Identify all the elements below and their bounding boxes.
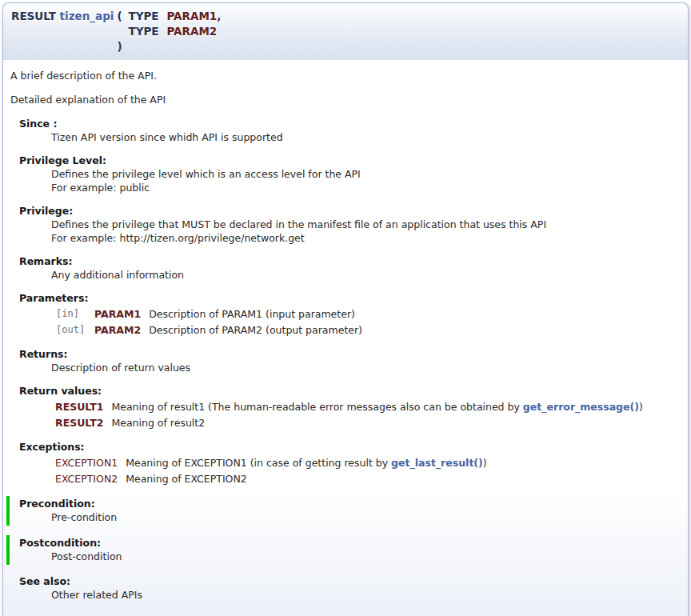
spacer-cell xyxy=(8,24,115,39)
since-text: Tizen API version since whidh API is sup… xyxy=(51,130,681,144)
postcondition-text: Post-condition xyxy=(51,550,681,563)
function-name-link[interactable]: tizen_api xyxy=(60,10,114,22)
privilege-level-label: Privilege Level: xyxy=(19,154,681,167)
see-also-text: Other related APIs xyxy=(51,588,681,602)
return-value-row: RESULT1 Meaning of result1 (The human-re… xyxy=(55,398,643,414)
privilege-line: Defines the privilege that MUST be decla… xyxy=(51,218,681,231)
param-description: Description of PARAM2 (output parameter) xyxy=(149,322,362,338)
detailed-description: Detailed explanation of the API xyxy=(10,93,681,106)
param-direction: [in] xyxy=(56,306,94,322)
exceptions-table: EXCEPTION1 Meaning of EXCEPTION1 (in cas… xyxy=(55,454,487,486)
spacer-cell xyxy=(115,24,126,39)
privilege-label: Privilege: xyxy=(19,204,681,218)
close-paren: ) xyxy=(115,39,126,54)
privilege-level-line: Defines the privilege level which is an … xyxy=(51,167,681,181)
documentation-body: A brief description of the API. Detailed… xyxy=(2,60,689,616)
result-name: RESULT2 xyxy=(55,414,111,430)
signature-row: ) xyxy=(8,39,222,54)
section-privilege: Privilege: Defines the privilege that MU… xyxy=(7,204,681,245)
exception-name: EXCEPTION1 xyxy=(55,454,126,470)
open-paren: ( xyxy=(115,9,126,24)
exception-row: EXCEPTION1 Meaning of EXCEPTION1 (in cas… xyxy=(55,454,487,470)
section-precondition: Precondition: Pre-condition xyxy=(6,496,681,526)
param-type: TYPE xyxy=(126,9,165,24)
param-description: Description of PARAM1 (input parameter) xyxy=(149,306,362,322)
privilege-example: For example: http://tizen.org/privilege/… xyxy=(51,231,681,245)
description-text: ) xyxy=(483,457,487,469)
spacer-cell xyxy=(8,39,115,54)
param-type: TYPE xyxy=(126,24,165,39)
section-privilege-level: Privilege Level: Defines the privilege l… xyxy=(7,154,681,194)
parameter-row: [out] PARAM2 Description of PARAM2 (outp… xyxy=(56,322,362,338)
privilege-level-example: For example: public xyxy=(51,181,681,194)
description-text: Meaning of EXCEPTION2 xyxy=(126,473,247,485)
result-description: Meaning of result2 xyxy=(111,414,642,430)
remarks-label: Remarks: xyxy=(19,254,681,268)
section-return-values: Return values: RESULT1 Meaning of result… xyxy=(7,384,681,430)
api-doc-card: RESULT tizen_api ( TYPE PARAM1, TYPE PAR… xyxy=(2,2,689,616)
return-values-table: RESULT1 Meaning of result1 (The human-re… xyxy=(55,398,643,430)
function-prototype-header: RESULT tizen_api ( TYPE PARAM1, TYPE PAR… xyxy=(2,2,689,60)
exceptions-label: Exceptions: xyxy=(19,440,681,454)
parameter-row: [in] PARAM1 Description of PARAM1 (input… xyxy=(56,306,362,322)
exception-description: Meaning of EXCEPTION1 (in case of gettin… xyxy=(126,454,487,470)
description-text: Meaning of result2 xyxy=(111,417,205,429)
function-name-cell: RESULT tizen_api xyxy=(8,9,115,24)
section-parameters: Parameters: [in] PARAM1 Description of P… xyxy=(7,291,681,338)
parameters-label: Parameters: xyxy=(19,291,681,305)
param-name: PARAM1, xyxy=(165,9,222,24)
param-name: PARAM2 xyxy=(94,322,149,338)
section-since: Since : Tizen API version since whidh AP… xyxy=(7,117,681,144)
section-exceptions: Exceptions: EXCEPTION1 Meaning of EXCEPT… xyxy=(7,440,681,486)
get-error-message-link[interactable]: get_error_message() xyxy=(523,401,639,413)
spacer-cell xyxy=(126,39,165,54)
description-text: Meaning of EXCEPTION1 (in case of gettin… xyxy=(126,457,391,469)
remarks-text: Any additional information xyxy=(51,268,681,282)
section-returns: Returns: Description of return values xyxy=(7,347,681,374)
exception-description: Meaning of EXCEPTION2 xyxy=(126,470,487,486)
result-name: RESULT1 xyxy=(55,398,111,414)
precondition-text: Pre-condition xyxy=(51,510,681,524)
function-signature: RESULT tizen_api ( TYPE PARAM1, TYPE PAR… xyxy=(8,9,222,54)
param-name: PARAM2 xyxy=(165,24,222,39)
param-name: PARAM1 xyxy=(94,306,149,322)
section-remarks: Remarks: Any additional information xyxy=(7,254,681,282)
returns-text: Description of return values xyxy=(51,361,681,374)
spacer-cell xyxy=(165,39,222,54)
returns-label: Returns: xyxy=(19,347,681,361)
signature-row: TYPE PARAM2 xyxy=(8,24,222,39)
exception-name: EXCEPTION2 xyxy=(55,470,126,486)
precondition-label: Precondition: xyxy=(19,497,681,510)
param-direction: [out] xyxy=(56,322,94,338)
section-see-also: See also: Other related APIs xyxy=(7,574,681,602)
description-text: ) xyxy=(639,401,643,413)
return-values-label: Return values: xyxy=(19,384,681,398)
see-also-label: See also: xyxy=(19,574,681,588)
return-type: RESULT xyxy=(11,10,56,22)
result-description: Meaning of result1 (The human-readable e… xyxy=(111,398,642,414)
since-label: Since : xyxy=(19,117,681,130)
section-postcondition: Postcondition: Post-condition xyxy=(6,535,681,565)
postcondition-label: Postcondition: xyxy=(19,536,681,550)
parameters-table: [in] PARAM1 Description of PARAM1 (input… xyxy=(56,306,362,338)
exception-row: EXCEPTION2 Meaning of EXCEPTION2 xyxy=(55,470,487,486)
signature-row: RESULT tizen_api ( TYPE PARAM1, xyxy=(8,9,222,24)
description-text: Meaning of result1 (The human-readable e… xyxy=(111,401,522,413)
brief-description: A brief description of the API. xyxy=(10,69,681,82)
return-value-row: RESULT2 Meaning of result2 xyxy=(55,414,643,430)
get-last-result-link[interactable]: get_last_result() xyxy=(391,457,483,469)
